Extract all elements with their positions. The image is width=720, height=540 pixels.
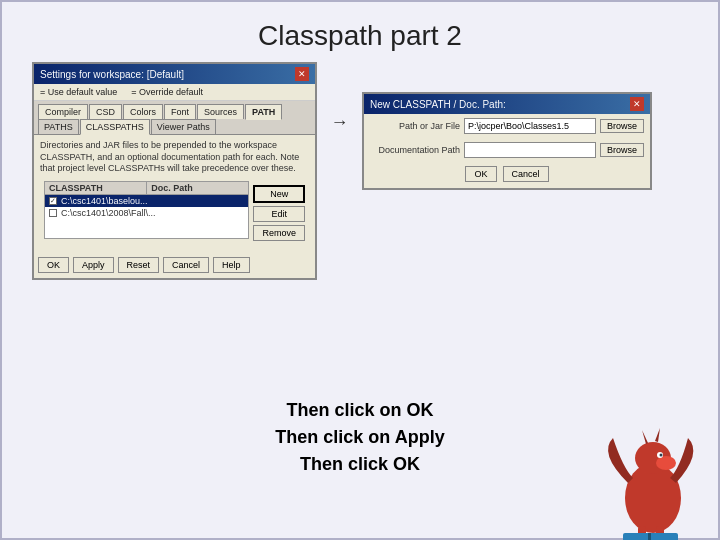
tab-colors[interactable]: Colors [123,104,163,119]
tab-font[interactable]: Font [164,104,196,119]
legend-use: = Use default value [40,87,117,97]
sub-tab-viewer-paths[interactable]: Viewer Paths [151,119,216,134]
tab-sources[interactable]: Sources [197,104,244,119]
new-button[interactable]: New [253,185,305,203]
table-and-buttons-row: CLASSPATH Doc. Path C:\csc1401\baselou..… [40,179,309,247]
sub-tab-classpaths[interactable]: CLASSPATHS [80,119,150,135]
table-header: CLASSPATH Doc. Path [44,181,249,195]
arrow-symbol: → [331,112,349,133]
classpath-table-rows: C:\csc1401\baselou... C:\csc1401\2008\Fa… [44,195,249,239]
row1-checkbox [49,197,57,205]
svg-point-2 [656,456,676,470]
dialog-body: Directories and JAR files to be prepende… [34,135,315,252]
main-tabs: Compiler CSD Colors Font Sources PATH [34,101,315,119]
classpath-close-button[interactable]: ✕ [630,97,644,111]
tab-compiler[interactable]: Compiler [38,104,88,119]
path-jar-label: Path or Jar File [370,121,460,131]
help-button[interactable]: Help [213,257,250,273]
classpath-ok-cancel: OK Cancel [364,162,650,188]
legend-override: = Override default [131,87,203,97]
settings-dialog: Settings for workspace: [Default] ✕ = Us… [32,62,317,280]
cancel-button[interactable]: Cancel [163,257,209,273]
path-jar-input[interactable] [464,118,596,134]
doc-path-row: Documentation Path Browse [364,138,650,162]
classpath-ok-button[interactable]: OK [465,166,496,182]
sub-tab-paths[interactable]: PATHS [38,119,79,134]
table-row[interactable]: C:\csc1401\2008\Fall\... [45,207,248,219]
apply-button[interactable]: Apply [73,257,114,273]
row1-path: C:\csc1401\baselou... [61,196,148,206]
legend-bar: = Use default value = Override default [34,84,315,101]
svg-rect-8 [648,533,651,540]
tab-path[interactable]: PATH [245,104,282,120]
header-doc-path: Doc. Path [147,182,248,194]
row2-path: C:\csc1401\2008\Fall\... [61,208,156,218]
side-buttons: New Edit Remove [249,181,305,245]
ok-button[interactable]: OK [38,257,69,273]
path-jar-row: Path or Jar File Browse [364,114,650,138]
doc-path-label: Documentation Path [370,145,460,155]
remove-button[interactable]: Remove [253,225,305,241]
sub-tabs: PATHS CLASSPATHS Viewer Paths [34,119,315,135]
settings-title-text: Settings for workspace: [Default] [40,69,184,80]
content-area: Settings for workspace: [Default] ✕ = Us… [2,62,718,280]
settings-close-button[interactable]: ✕ [295,67,309,81]
path-browse-button[interactable]: Browse [600,119,644,133]
edit-button[interactable]: Edit [253,206,305,222]
header-classpath: CLASSPATH [45,182,147,194]
dialog-description: Directories and JAR files to be prepende… [40,140,309,175]
classpath-cancel-button[interactable]: Cancel [503,166,549,182]
row2-checkbox [49,209,57,217]
dragon-svg [588,398,708,540]
doc-path-input[interactable] [464,142,596,158]
tab-csd[interactable]: CSD [89,104,122,119]
doc-browse-button[interactable]: Browse [600,143,644,157]
dragon-decoration [588,398,708,538]
classpath-dialog: New CLASSPATH / Doc. Path: ✕ Path or Jar… [362,92,652,190]
settings-titlebar: Settings for workspace: [Default] ✕ [34,64,315,84]
arrow-indicator: → [327,62,352,133]
classpath-table-section: CLASSPATH Doc. Path C:\csc1401\baselou..… [44,181,249,245]
bottom-buttons: OK Apply Reset Cancel Help [34,252,315,278]
slide-title: Classpath part 2 [2,2,718,62]
svg-point-4 [660,454,663,457]
slide-container: Classpath part 2 Settings for workspace:… [0,0,720,540]
reset-button[interactable]: Reset [118,257,160,273]
classpath-titlebar: New CLASSPATH / Doc. Path: ✕ [364,94,650,114]
classpath-title-text: New CLASSPATH / Doc. Path: [370,99,506,110]
table-row[interactable]: C:\csc1401\baselou... [45,195,248,207]
